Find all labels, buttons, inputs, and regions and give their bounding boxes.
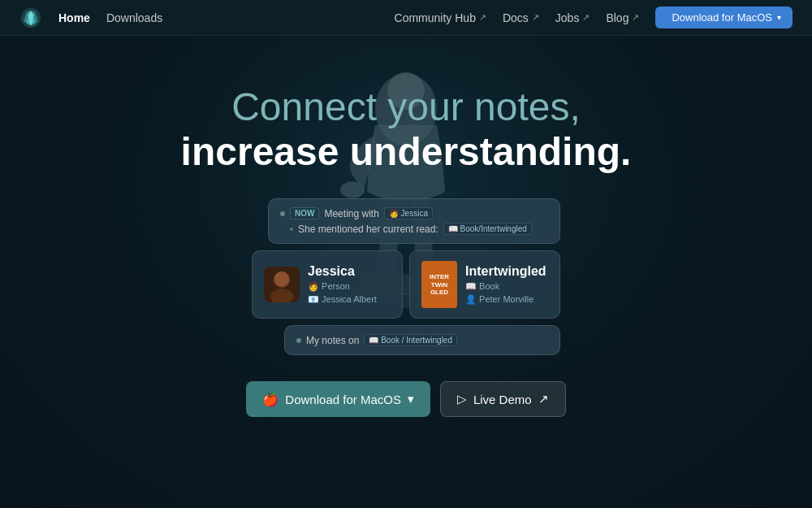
nav-docs[interactable]: Docs ↗: [503, 11, 539, 24]
jessica-sub: 📧 Jessica Albert: [308, 294, 391, 305]
nav-right: Community Hub ↗ Docs ↗ Jobs ↗ Blog ↗ Dow…: [395, 7, 793, 28]
download-macos-button[interactable]: 🍎 Download for MacOS ▾: [246, 381, 430, 417]
jessica-type: 🧑 Person: [308, 281, 391, 292]
svg-point-3: [340, 181, 365, 198]
chevron-down-icon: ▾: [408, 392, 414, 406]
meeting-card: NOW Meeting with 🧑 Jessica She mentioned…: [268, 198, 560, 244]
book-entity-card: INTER TWIN GLED Intertwingled 📖 Book 👤 P…: [409, 250, 560, 319]
notes-text: My notes on: [306, 335, 359, 346]
download-nav-button[interactable]: Download for MacOS ▾: [655, 7, 793, 28]
dot-icon: [296, 338, 301, 343]
book-name: Intertwingled: [465, 264, 548, 279]
chevron-down-icon: ▾: [777, 13, 781, 22]
jessica-tag: 🧑 Jessica: [384, 207, 433, 219]
book-sub: 👤 Peter Morville: [465, 294, 548, 305]
book-ref-tag: 📖 Book / Intertwingled: [364, 334, 457, 346]
jessica-avatar: [264, 267, 300, 302]
logo-icon: [19, 7, 42, 29]
svg-point-10: [274, 271, 289, 286]
jessica-entity-card: Jessica 🧑 Person 📧 Jessica Albert: [252, 250, 403, 319]
external-icon: ↗: [582, 12, 590, 23]
book-tag: 📖 Book/Intertwingled: [443, 223, 532, 235]
external-icon: ↗: [479, 12, 486, 23]
entity-cards-row: Jessica 🧑 Person 📧 Jessica Albert INTER …: [252, 250, 560, 319]
apple-logo-icon: 🍎: [262, 392, 279, 407]
book-info: Intertwingled 📖 Book 👤 Peter Morville: [465, 264, 548, 305]
hero-section: Connect your notes, increase understandi…: [0, 36, 812, 508]
demo-cards: NOW Meeting with 🧑 Jessica She mentioned…: [252, 198, 560, 355]
mentioned-text: She mentioned her current read:: [298, 224, 438, 235]
nav-community[interactable]: Community Hub ↗: [395, 11, 486, 24]
hero-title-line2: increase understanding.: [181, 129, 632, 174]
nav-home[interactable]: Home: [58, 11, 90, 24]
external-icon: ↗: [632, 12, 639, 23]
dot-icon: [290, 228, 293, 231]
dot-icon: [280, 211, 285, 216]
meeting-text: Meeting with: [324, 208, 378, 219]
notes-pill: My notes on 📖 Book / Intertwingled: [284, 325, 560, 355]
navbar: Home Downloads Community Hub ↗ Docs ↗ Jo…: [0, 0, 812, 36]
live-demo-button[interactable]: ▷ Live Demo ↗: [440, 381, 566, 417]
book-type: 📖 Book: [465, 281, 548, 292]
play-icon: ▷: [457, 392, 467, 406]
jessica-name: Jessica: [308, 264, 391, 279]
book-cover: INTER TWIN GLED: [421, 261, 457, 308]
nav-left: Home Downloads: [19, 7, 162, 29]
hero-title-line1: Connect your notes,: [181, 85, 632, 129]
now-tag: NOW: [290, 207, 319, 219]
hero-text: Connect your notes, increase understandi…: [181, 85, 632, 174]
nav-downloads[interactable]: Downloads: [106, 11, 162, 24]
external-icon: ↗: [532, 12, 539, 23]
cta-buttons: 🍎 Download for MacOS ▾ ▷ Live Demo ↗: [246, 381, 565, 417]
external-link-icon: ↗: [538, 392, 549, 406]
nav-blog[interactable]: Blog ↗: [606, 11, 639, 24]
jessica-info: Jessica 🧑 Person 📧 Jessica Albert: [308, 264, 391, 305]
nav-jobs[interactable]: Jobs ↗: [555, 11, 590, 24]
